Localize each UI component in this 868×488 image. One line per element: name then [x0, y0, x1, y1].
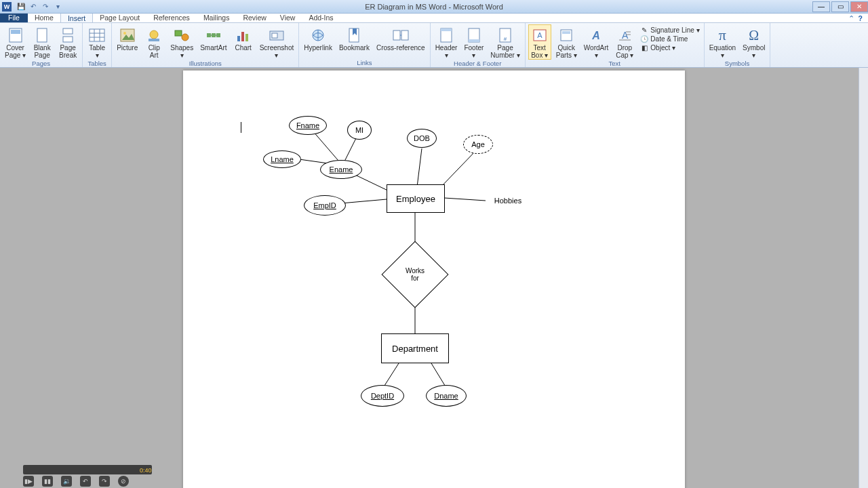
- document-area[interactable]: Fname MI Lname Ename DOB Age EmpID Hobbi…: [0, 68, 868, 488]
- qat-customize-icon[interactable]: ▾: [53, 2, 62, 12]
- svg-rect-31: [469, 39, 479, 42]
- svg-text:A: A: [622, 30, 629, 41]
- drop-cap-button[interactable]: ADrop Cap ▾: [613, 24, 636, 60]
- tab-addins[interactable]: Add-Ins: [302, 13, 340, 22]
- group-text-label: Text: [528, 60, 701, 68]
- object-button[interactable]: ◧Object ▾: [639, 43, 701, 52]
- media-volume-button[interactable]: 🔉: [61, 476, 72, 487]
- word-app-icon: W: [2, 2, 12, 12]
- screenshot-button[interactable]: Screenshot ▾: [258, 24, 296, 60]
- window-title: ER Diagram in MS Word - Microsoft Word: [365, 3, 503, 11]
- entity-department[interactable]: Department: [381, 333, 449, 363]
- group-links: Hyperlink Bookmark Cross-reference Links: [299, 23, 430, 67]
- svg-line-54: [431, 363, 446, 388]
- media-play-button[interactable]: ▮▶: [23, 476, 34, 487]
- help-icon[interactable]: ?: [859, 14, 863, 22]
- attr-mi[interactable]: MI: [347, 121, 372, 140]
- tab-review[interactable]: Review: [236, 13, 273, 22]
- media-seek-bar[interactable]: [23, 465, 152, 474]
- text-cursor: [241, 122, 241, 133]
- attr-dob[interactable]: DOB: [407, 129, 437, 148]
- table-button[interactable]: Table ▾: [85, 24, 108, 60]
- bookmark-button[interactable]: Bookmark: [337, 24, 372, 53]
- attr-empid[interactable]: EmpID: [304, 195, 346, 216]
- attr-lname[interactable]: Lname: [263, 150, 301, 168]
- cross-reference-button[interactable]: Cross-reference: [374, 24, 427, 53]
- media-timestamp: 0:40: [140, 467, 152, 474]
- smartart-button[interactable]: SmartArt: [198, 24, 229, 53]
- close-button[interactable]: ✕: [850, 1, 868, 12]
- relationship-works-for[interactable]: Works for: [391, 251, 439, 298]
- group-illustrations: Picture Clip Art Shapes ▾ SmartArt Chart…: [112, 23, 299, 67]
- group-symbols-label: Symbols: [707, 60, 768, 68]
- hyperlink-button[interactable]: Hyperlink: [302, 24, 334, 53]
- media-pause-button[interactable]: ▮▮: [42, 476, 53, 487]
- svg-point-11: [123, 32, 126, 35]
- media-prev-button[interactable]: ↶: [80, 476, 91, 487]
- group-headerfooter-label: Header & Footer: [433, 60, 522, 68]
- svg-line-53: [383, 363, 399, 388]
- group-header-footer: Header ▾ Footer ▾ #Page Number ▾ Header …: [431, 23, 526, 67]
- minimize-button[interactable]: —: [812, 1, 830, 12]
- svg-rect-29: [441, 28, 452, 31]
- svg-rect-23: [272, 33, 277, 38]
- vertical-scrollbar[interactable]: [859, 68, 868, 488]
- attr-deptid[interactable]: DeptID: [361, 385, 404, 407]
- shapes-button[interactable]: Shapes ▾: [168, 24, 195, 60]
- group-tables-label: Tables: [85, 60, 108, 68]
- attr-dname[interactable]: Dname: [426, 385, 467, 407]
- page-number-button[interactable]: #Page Number ▾: [488, 24, 521, 60]
- group-links-label: Links: [302, 59, 427, 67]
- title-bar: W 💾 ↶ ↷ ▾ ER Diagram in MS Word - Micros…: [0, 0, 868, 14]
- svg-line-50: [444, 198, 486, 201]
- header-button[interactable]: Header ▾: [433, 24, 460, 60]
- svg-rect-18: [216, 33, 220, 37]
- attr-ename[interactable]: Ename: [320, 160, 362, 179]
- wordart-button[interactable]: AWordArt ▾: [582, 24, 611, 60]
- quick-parts-button[interactable]: Quick Parts ▾: [554, 24, 579, 60]
- tab-mailings[interactable]: Mailings: [197, 13, 237, 22]
- tab-page-layout[interactable]: Page Layout: [93, 13, 146, 22]
- media-next-button[interactable]: ↷: [99, 476, 110, 487]
- document-page[interactable]: Fname MI Lname Ename DOB Age EmpID Hobbi…: [183, 70, 685, 488]
- ribbon-tabs: File Home Insert Page Layout References …: [0, 14, 868, 23]
- picture-button[interactable]: Picture: [115, 24, 140, 53]
- clip-art-button[interactable]: Clip Art: [142, 24, 165, 60]
- group-tables: Table ▾ Tables: [83, 23, 112, 67]
- footer-button[interactable]: Footer ▾: [462, 24, 486, 60]
- blank-page-button[interactable]: Blank Page: [31, 24, 54, 60]
- attr-age[interactable]: Age: [463, 135, 493, 154]
- tab-home[interactable]: Home: [28, 13, 60, 22]
- svg-text:#: #: [504, 36, 507, 42]
- attr-fname[interactable]: Fname: [289, 116, 327, 135]
- maximize-button[interactable]: ▭: [831, 1, 849, 12]
- window-controls: — ▭ ✕: [811, 1, 868, 12]
- chart-button[interactable]: Chart: [232, 24, 255, 53]
- media-controls: ▮▶ ▮▮ 🔉 ↶ ↷ ⊘: [23, 474, 129, 488]
- minimize-ribbon-icon[interactable]: ⌃: [848, 14, 854, 22]
- group-symbols: πEquation ▾ ΩSymbol ▾ Symbols: [705, 23, 771, 67]
- svg-rect-20: [241, 32, 244, 41]
- page-break-button[interactable]: Page Break: [56, 24, 79, 60]
- svg-line-49: [441, 150, 476, 187]
- tab-file[interactable]: File: [0, 13, 28, 22]
- signature-line-button[interactable]: ✎Signature Line ▾: [639, 26, 701, 34]
- qat-redo-icon[interactable]: ↷: [41, 2, 50, 12]
- text-box-button[interactable]: AText Box ▾: [528, 24, 551, 60]
- tab-references[interactable]: References: [146, 13, 197, 22]
- symbol-button[interactable]: ΩSymbol ▾: [741, 24, 767, 60]
- qat-undo-icon[interactable]: ↶: [28, 2, 38, 12]
- entity-employee[interactable]: Employee: [387, 184, 445, 213]
- group-pages-label: Pages: [3, 60, 79, 68]
- svg-rect-2: [37, 28, 47, 42]
- qat-save-icon[interactable]: 💾: [16, 2, 26, 12]
- tab-insert[interactable]: Insert: [60, 13, 93, 22]
- svg-rect-4: [63, 37, 73, 42]
- date-time-button[interactable]: 🕓Date & Time: [639, 35, 701, 43]
- tab-view[interactable]: View: [273, 13, 302, 22]
- cover-page-button[interactable]: Cover Page ▾: [3, 24, 28, 60]
- attr-hobbies[interactable]: Hobbies: [486, 191, 530, 210]
- svg-rect-1: [11, 30, 20, 34]
- equation-button[interactable]: πEquation ▾: [707, 24, 738, 60]
- media-stop-button[interactable]: ⊘: [118, 476, 129, 487]
